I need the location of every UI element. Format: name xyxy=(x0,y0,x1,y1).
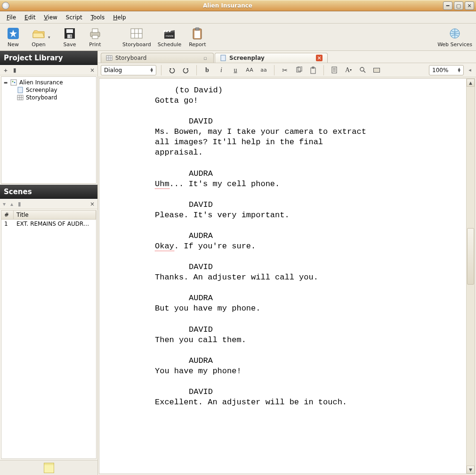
clipboard-icon xyxy=(190,26,204,41)
storyboard-small-icon xyxy=(16,94,24,101)
undo-button[interactable] xyxy=(166,65,177,75)
menu-view[interactable]: View xyxy=(40,13,61,22)
zoom-select[interactable]: 100% ▲▼ xyxy=(429,65,464,75)
toolbar-scroll-left-icon[interactable]: ◂ xyxy=(467,67,473,73)
folder-icon[interactable]: ▮ xyxy=(13,67,16,74)
sp-dialog: Okay. If you're sure. xyxy=(155,241,371,252)
scene-up-icon[interactable]: ▴ xyxy=(10,201,13,207)
save-button[interactable]: Save xyxy=(60,26,79,48)
page-button[interactable] xyxy=(329,65,340,75)
sp-dialog: Excellent. An adjuster will be in touch. xyxy=(155,397,371,408)
report-button[interactable]: Report xyxy=(188,26,207,48)
scenes-list: # Title 1 EXT. REMAINS OF AUDR… xyxy=(1,210,97,459)
minimize-button[interactable]: ━ xyxy=(443,1,452,10)
collapse-icon[interactable]: ▬ xyxy=(3,80,8,85)
menu-file[interactable]: File xyxy=(3,13,20,22)
storyboard-button[interactable]: Storyboard xyxy=(122,26,151,48)
scenes-header: Scenes xyxy=(0,185,97,199)
schedule-button[interactable]: movie Schedule xyxy=(158,26,182,48)
tab-storyboard[interactable]: Storyboard ▫ xyxy=(101,53,214,63)
sp-dialog: But you have my phone. xyxy=(155,303,371,314)
tab-close-icon[interactable]: ▫ xyxy=(202,55,209,61)
document-area: (to David) Gotta go! DAVID Ms. Bowen, ma… xyxy=(99,78,475,474)
style-select[interactable]: Dialog ▲▼ xyxy=(101,65,156,75)
scene-edit-icon[interactable]: ▮ xyxy=(18,201,21,207)
redo-button[interactable] xyxy=(180,65,192,75)
sidebar-status xyxy=(0,460,97,475)
svg-rect-5 xyxy=(70,35,72,38)
scrollbar-thumb[interactable] xyxy=(467,228,474,285)
tree-root[interactable]: ▬ Alien Insurance xyxy=(3,79,94,86)
print-button[interactable]: Print xyxy=(86,26,105,48)
sp-character: AUDRA xyxy=(189,293,466,303)
sp-character: DAVID xyxy=(189,387,466,397)
sp-dialog: Uhm... It's my cell phone. xyxy=(155,179,371,189)
search-button[interactable] xyxy=(357,65,368,75)
scroll-up-icon[interactable]: ▲ xyxy=(467,79,475,87)
svg-point-25 xyxy=(14,82,16,83)
scenes-list-header: # Title xyxy=(1,211,96,220)
svg-rect-16 xyxy=(163,30,165,32)
tab-screenplay-label: Screenplay xyxy=(229,55,265,61)
bold-button[interactable]: b xyxy=(202,65,213,75)
open-button[interactable]: Open xyxy=(29,26,48,48)
svg-rect-3 xyxy=(66,29,73,33)
svg-rect-40 xyxy=(311,68,315,74)
lowercase-button[interactable]: aa xyxy=(258,65,269,75)
svg-rect-26 xyxy=(18,87,23,93)
screenplay-editor[interactable]: (to David) Gotta go! DAVID Ms. Bowen, ma… xyxy=(99,79,466,474)
app-icon xyxy=(2,2,9,9)
scenes-close-icon[interactable]: × xyxy=(90,201,95,207)
tree-item-storyboard[interactable]: Storyboard xyxy=(3,94,94,101)
view-mode-button[interactable] xyxy=(371,65,382,75)
storyboard-tab-icon xyxy=(106,55,113,61)
maximize-button[interactable]: ▢ xyxy=(454,1,463,10)
menu-script[interactable]: Script xyxy=(62,13,86,22)
svg-rect-41 xyxy=(312,67,314,68)
italic-button[interactable]: i xyxy=(216,65,227,75)
underline-button[interactable]: u xyxy=(230,65,241,75)
menu-tools[interactable]: Tools xyxy=(87,13,109,22)
scene-row[interactable]: 1 EXT. REMAINS OF AUDR… xyxy=(1,220,96,228)
sp-dialog: You have my phone! xyxy=(155,366,371,377)
menu-edit[interactable]: Edit xyxy=(21,13,39,22)
close-button[interactable]: ✕ xyxy=(465,1,474,10)
font-size-button[interactable]: A▾ xyxy=(343,65,354,75)
floppy-icon xyxy=(63,26,77,41)
copy-button[interactable] xyxy=(293,65,305,75)
tab-close-icon[interactable]: ✕ xyxy=(316,55,323,61)
chevron-updown-icon: ▲▼ xyxy=(458,68,460,73)
main-toolbar: New Open ▾ Save Print Storyboard movie S… xyxy=(0,24,476,51)
menu-help[interactable]: Help xyxy=(109,13,129,22)
svg-rect-21 xyxy=(195,28,199,30)
tree-root-label: Alien Insurance xyxy=(19,79,63,86)
folder-icon xyxy=(32,26,46,41)
sp-character: DAVID xyxy=(189,116,466,127)
cut-button[interactable]: ✂ xyxy=(279,65,290,75)
sp-dialog: Please. It's very important. xyxy=(155,210,371,221)
project-icon xyxy=(10,79,17,86)
add-icon[interactable]: ＋ xyxy=(3,66,8,74)
editor: Storyboard ▫ Screenplay ✕ Dialog ▲▼ xyxy=(98,51,476,475)
tree-item-screenplay[interactable]: Screenplay xyxy=(3,86,94,94)
panel-close-icon[interactable]: × xyxy=(90,67,95,74)
uppercase-button[interactable]: AA xyxy=(244,65,255,75)
svg-rect-7 xyxy=(92,29,98,33)
window-title: Alien Insurance xyxy=(12,2,443,9)
menubar: File Edit View Script Tools Help xyxy=(0,11,476,24)
scenes-col-num[interactable]: # xyxy=(1,211,14,219)
vertical-scrollbar[interactable]: ▲ ▼ xyxy=(466,79,475,474)
scrollbar-track[interactable] xyxy=(467,87,475,466)
sp-character: AUDRA xyxy=(189,231,466,241)
scenes-col-title[interactable]: Title xyxy=(14,211,96,219)
sticky-note-icon[interactable] xyxy=(44,463,54,473)
new-button[interactable]: New xyxy=(4,26,23,48)
scroll-down-icon[interactable]: ▼ xyxy=(467,466,475,474)
paste-button[interactable] xyxy=(307,65,319,75)
titlebar: Alien Insurance ━ ▢ ✕ xyxy=(0,0,476,11)
open-dropdown-icon[interactable]: ▾ xyxy=(48,35,54,40)
tab-screenplay[interactable]: Screenplay ✕ xyxy=(215,53,328,63)
scene-down-icon[interactable]: ▾ xyxy=(3,201,6,207)
web-services-button[interactable]: Web Services xyxy=(437,26,472,48)
sp-dialog: Gotta go! xyxy=(155,96,371,106)
